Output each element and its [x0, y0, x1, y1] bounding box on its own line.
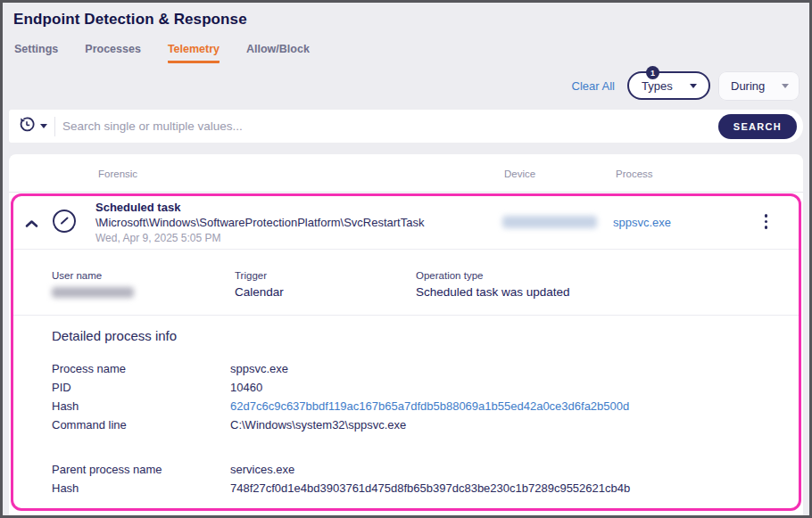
operation-type-label: Operation type [416, 270, 570, 281]
operation-type-value: Scheduled task was updated [416, 285, 570, 299]
event-summary: Scheduled task \Microsoft\Windows\Softwa… [95, 201, 424, 244]
process-name-label: Process name [52, 362, 230, 375]
types-dropdown[interactable]: 1 Types [627, 71, 710, 100]
tab-telemetry[interactable]: Telemetry [168, 43, 220, 63]
process-name-value: sppsvc.exe [230, 362, 288, 375]
tab-processes[interactable]: Processes [85, 43, 141, 63]
column-header-device: Device [504, 169, 535, 179]
event-detail-grid: User name Trigger Calendar Operation typ… [13, 250, 799, 316]
highlighted-event-card: Scheduled task \Microsoft\Windows\Softwa… [11, 193, 801, 511]
hash-label: Hash [52, 399, 230, 413]
types-count-badge: 1 [646, 66, 659, 79]
event-row[interactable]: Scheduled task \Microsoft\Windows\Softwa… [13, 196, 799, 250]
during-dropdown-label: During [731, 79, 765, 93]
collapse-chevron-up-icon[interactable] [25, 216, 38, 232]
parent-process-name-row: Parent process name services.exe [52, 463, 799, 476]
trigger-field: Trigger Calendar [235, 270, 416, 299]
search-button[interactable]: SEARCH [718, 114, 797, 139]
redacted-device-name[interactable] [502, 216, 597, 228]
redacted-user-name [52, 287, 134, 298]
tab-bar: Settings Processes Telemetry Allow/Block [3, 29, 809, 63]
chevron-down-icon [782, 84, 789, 88]
trigger-value: Calendar [235, 285, 416, 299]
during-dropdown[interactable]: During [718, 71, 800, 101]
types-dropdown-label: Types [642, 79, 673, 93]
parent-process-group: Parent process name services.exe Hash 74… [52, 463, 799, 495]
table-header: Forensic Device Process [9, 154, 803, 193]
user-name-label: User name [52, 270, 235, 281]
pid-row: PID 10460 [52, 381, 799, 394]
scheduled-task-clock-icon [51, 208, 78, 238]
parent-hash-label: Hash [52, 481, 230, 495]
user-name-field: User name [52, 270, 235, 299]
history-clock-icon [19, 117, 35, 136]
parent-process-name-label: Parent process name [52, 463, 230, 476]
operation-type-field: Operation type Scheduled task was update… [416, 270, 570, 299]
command-line-value: C:\Windows\system32\sppsvc.exe [230, 418, 406, 432]
process-info-group: Process name sppsvc.exe PID 10460 Hash 6… [52, 362, 799, 432]
trigger-label: Trigger [235, 270, 416, 281]
column-header-forensic: Forensic [98, 169, 137, 179]
chevron-down-icon [690, 84, 697, 88]
event-title: Scheduled task [95, 201, 424, 214]
pid-label: PID [52, 381, 230, 394]
kebab-menu-icon[interactable] [765, 214, 768, 229]
process-link[interactable]: sppsvc.exe [613, 216, 671, 229]
hash-link[interactable]: 62d7c6c9c637bbdf119ac167b65a7dfdb5b88069… [230, 399, 629, 413]
event-timestamp: Wed, Apr 9, 2025 5:05 PM [95, 232, 424, 244]
filter-row: Clear All 1 Types During [572, 67, 800, 104]
hash-row: Hash 62d7c6c9c637bbdf119ac167b65a7dfdb5b… [52, 399, 799, 413]
parent-hash-row: Hash 748f27cf0d1e4bd3903761d475d8fb65b39… [52, 481, 799, 495]
column-header-process: Process [616, 169, 653, 179]
clear-all-link[interactable]: Clear All [572, 79, 615, 93]
tab-allow-block[interactable]: Allow/Block [246, 43, 310, 63]
command-line-row: Command line C:\Windows\system32\sppsvc.… [52, 418, 799, 432]
parent-hash-value: 748f27cf0d1e4bd3903761d475d8fb65b397dc83… [230, 481, 630, 495]
search-input[interactable] [62, 119, 718, 133]
page-title: Endpoint Detection & Response [3, 3, 809, 29]
search-bar: SEARCH [9, 110, 803, 143]
command-line-label: Command line [52, 418, 230, 432]
chevron-down-icon [40, 124, 47, 128]
tab-settings[interactable]: Settings [14, 43, 58, 63]
event-task-path: \Microsoft\Windows\SoftwareProtectionPla… [95, 216, 424, 229]
detailed-process-info-section: Detailed process info Process name sppsv… [13, 316, 799, 495]
search-history-dropdown[interactable] [9, 117, 54, 136]
edr-window: Endpoint Detection & Response Settings P… [0, 0, 812, 518]
results-panel: Forensic Device Process Schedule [9, 154, 803, 515]
divider [54, 117, 55, 136]
parent-process-name-value: services.exe [230, 463, 294, 476]
process-name-row: Process name sppsvc.exe [52, 362, 799, 375]
section-title: Detailed process info [52, 328, 799, 343]
pid-value: 10460 [230, 381, 262, 394]
